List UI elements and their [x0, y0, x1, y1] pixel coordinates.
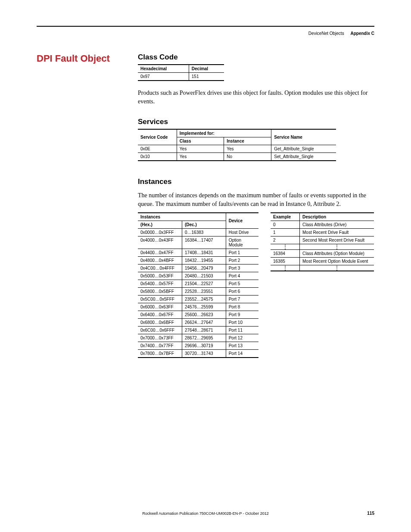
- table-row: 0x4400…0x47FF17408…18431Port 1: [138, 249, 258, 257]
- cell: 0x5400…0x57FF: [138, 280, 182, 288]
- instances-intro: The number of instances depends on the m…: [138, 191, 374, 208]
- instances-heading: Instances: [138, 177, 374, 186]
- cell: 0x5800…0x5BFF: [138, 288, 182, 296]
- table-row: 0x7800…0x7BFF30720…31743Port 14: [138, 350, 258, 358]
- cell: 27648…28671: [182, 327, 226, 334]
- col-service-code: Service Code: [138, 129, 177, 145]
- cell: 0x7800…0x7BFF: [138, 350, 182, 358]
- cell: Port 8: [226, 303, 258, 311]
- cell: 17408…18431: [182, 249, 226, 257]
- cell: 0x7400…0x77FF: [138, 342, 182, 350]
- table-row: 0x0E Yes Yes Get_Attribute_Single: [138, 145, 336, 153]
- cell: Port 5: [226, 280, 258, 288]
- col-instance: Instance: [224, 137, 271, 145]
- cell: No: [224, 153, 271, 161]
- cell: 0x7000…0x73FF: [138, 334, 182, 342]
- example-table: Example Description 0Class Attributes (D…: [271, 212, 374, 271]
- cell: 0x5C00…0x5FFF: [138, 296, 182, 303]
- cell: 24576…25599: [182, 303, 226, 311]
- cell: ⋮: [271, 244, 300, 250]
- cell: 20480…21503: [182, 272, 226, 280]
- class-code-heading: Class Code: [138, 53, 374, 62]
- col-dec: Decimal: [189, 65, 224, 73]
- cell: Yes: [224, 145, 271, 153]
- instances-table: Instances Device (Hex.) (Dec.) 0x0000…0x…: [138, 212, 258, 358]
- services-table: Service Code Implemented for: Service Na…: [138, 129, 336, 161]
- cell: 21504…22527: [182, 280, 226, 288]
- col-example: Example: [271, 213, 300, 221]
- cell: Port 9: [226, 311, 258, 319]
- cell: 16384…17407: [182, 236, 226, 249]
- cell: 1: [271, 229, 300, 236]
- table-row: ⋮⋮: [271, 265, 374, 271]
- cell: 0x6800…0x6BFF: [138, 319, 182, 327]
- cell: 29696…30719: [182, 342, 226, 350]
- cell: 0x5000…0x53FF: [138, 272, 182, 280]
- cell: Set_Attribute_Single: [271, 153, 336, 161]
- table-row: Hexadecimal Decimal: [138, 65, 224, 73]
- table-row: 0x97 151: [138, 73, 224, 81]
- cell: Port 3: [226, 264, 258, 272]
- col-description: Description: [300, 213, 374, 221]
- cell: ⋮: [300, 265, 374, 271]
- table-row: Service Code Implemented for: Service Na…: [138, 129, 336, 137]
- intro-text: Products such as PowerFlex drives use th…: [138, 89, 374, 106]
- cell: Yes: [177, 153, 224, 161]
- table-row: 0x6400…0x67FF25600…26623Port 9: [138, 311, 258, 319]
- table-row: 0x4000…0x43FF16384…17407Option Module: [138, 236, 258, 249]
- table-row: 16385Most Recent Option Module Event: [271, 258, 374, 265]
- cell: 0x4400…0x47FF: [138, 249, 182, 257]
- cell: 0x6C00…0x6FFF: [138, 327, 182, 334]
- services-heading: Services: [138, 118, 374, 126]
- cell: Class Attributes (Drive): [300, 221, 374, 229]
- cell: Most Recent Drive Fault: [300, 229, 374, 236]
- page-number: 115: [367, 511, 374, 516]
- cell: Host Drive: [226, 229, 258, 236]
- cell: 0x4C00…0x4FFF: [138, 264, 182, 272]
- cell: 0x6000…0x63FF: [138, 303, 182, 311]
- cell: 28672…29695: [182, 334, 226, 342]
- cell: 0x4800…0x4BFF: [138, 257, 182, 264]
- cell: Get_Attribute_Single: [271, 145, 336, 153]
- page-title: DPI Fault Object: [37, 53, 138, 64]
- col-device: Device: [226, 213, 258, 229]
- table-row: 2Second Most Recent Drive Fault: [271, 236, 374, 244]
- class-code-table: Hexadecimal Decimal 0x97 151: [138, 64, 224, 81]
- cell: Port 14: [226, 350, 258, 358]
- cell: Port 1: [226, 249, 258, 257]
- cell: 0…16383: [182, 229, 226, 236]
- cell: ⋮: [300, 244, 374, 250]
- cell-dec: 151: [189, 73, 224, 81]
- table-row: 0x5C00…0x5FFF23552…24575Port 7: [138, 296, 258, 303]
- cell: 30720…31743: [182, 350, 226, 358]
- table-row: 1Most Recent Drive Fault: [271, 229, 374, 236]
- cell: 0x0E: [138, 145, 177, 153]
- table-row: 0x4800…0x4BFF18432…19455Port 2: [138, 257, 258, 264]
- cell: Most Recent Option Module Event: [300, 258, 374, 265]
- table-row: ⋮⋮: [271, 244, 374, 250]
- cell: 26624…27647: [182, 319, 226, 327]
- col-instances: Instances: [138, 213, 226, 221]
- cell: 23552…24575: [182, 296, 226, 303]
- table-row: Example Description: [271, 213, 374, 221]
- col-service-name: Service Name: [271, 129, 336, 145]
- cell: Second Most Recent Drive Fault: [300, 236, 374, 244]
- cell: 18432…19455: [182, 257, 226, 264]
- cell: 2: [271, 236, 300, 244]
- table-row: 0x4C00…0x4FFF19456…20479Port 3: [138, 264, 258, 272]
- cell: Yes: [177, 145, 224, 153]
- cell: Class Attributes (Option Module): [300, 250, 374, 258]
- cell: Port 6: [226, 288, 258, 296]
- col-class: Class: [177, 137, 224, 145]
- col-hex: Hexadecimal: [138, 65, 189, 73]
- table-row: 0x6000…0x63FF24576…25599Port 8: [138, 303, 258, 311]
- table-row: 0Class Attributes (Drive): [271, 221, 374, 229]
- cell: 0x6400…0x67FF: [138, 311, 182, 319]
- cell: 25600…26623: [182, 311, 226, 319]
- cell: Port 2: [226, 257, 258, 264]
- cell: Port 11: [226, 327, 258, 334]
- table-row: 0x0000…0x3FFF0…16383Host Drive: [138, 229, 258, 236]
- cell: 19456…20479: [182, 264, 226, 272]
- col-dec: (Dec.): [182, 221, 226, 229]
- table-row: 0x5400…0x57FF21504…22527Port 5: [138, 280, 258, 288]
